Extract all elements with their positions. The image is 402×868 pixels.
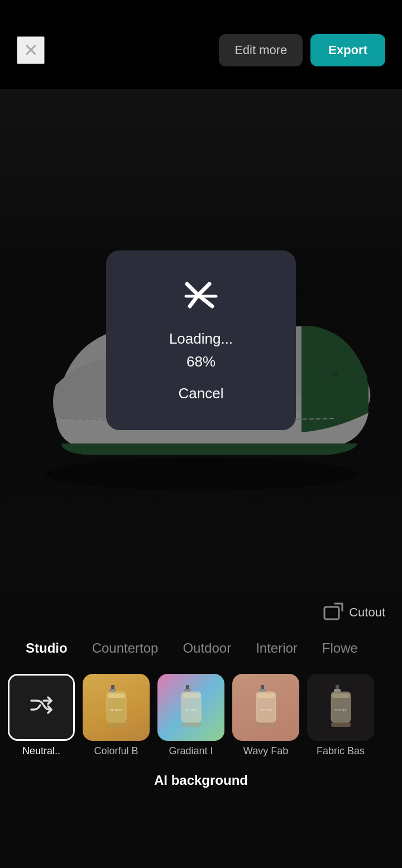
svg-rect-21 [259, 689, 266, 692]
thumb-colorful-b[interactable]: SCENT Colorful B [83, 674, 150, 757]
loading-card: Loading... 68% Cancel [106, 250, 296, 430]
svg-rect-9 [109, 689, 116, 692]
tab-interior[interactable]: Interior [243, 636, 310, 660]
header: ✕ Edit more Export [0, 0, 402, 89]
cancel-button[interactable]: Cancel [179, 385, 224, 402]
thumb-img-gradient-i: SCENT [157, 674, 224, 741]
svg-text:SCENT: SCENT [184, 708, 197, 712]
thumb-label-colorful-b: Colorful B [83, 745, 150, 757]
thumbnail-row: Neutral.. SCENT Colorful B [0, 668, 402, 763]
thumb-neutral[interactable]: Neutral.. [8, 674, 75, 757]
svg-text:SCENT: SCENT [109, 708, 122, 712]
thumb-gradient-i[interactable]: SCENT Gradiant I [157, 674, 224, 757]
svg-rect-27 [334, 689, 341, 692]
thumb-wavy-fab[interactable]: SCENT Wavy Fab [232, 674, 299, 757]
svg-rect-29 [332, 693, 350, 698]
svg-rect-17 [183, 693, 200, 698]
thumb-img-colorful-b: SCENT [83, 674, 150, 741]
svg-rect-11 [108, 693, 125, 698]
loading-percent: 68% [186, 353, 216, 370]
export-button[interactable]: Export [310, 34, 385, 66]
svg-rect-31 [331, 722, 351, 727]
thumb-label-fabric-bas: Fabric Bas [307, 745, 374, 757]
tab-countertop[interactable]: Countertop [80, 636, 171, 660]
loading-overlay: Loading... 68% Cancel [0, 89, 402, 591]
svg-text:SCENT: SCENT [259, 708, 272, 712]
svg-rect-7 [324, 607, 339, 619]
tab-flower[interactable]: Flowe [310, 636, 370, 660]
thumb-fabric-bas[interactable]: SCENT Fabric Bas [307, 674, 374, 757]
category-tabs: Studio Countertop Outdoor Interior Flowe [0, 628, 402, 668]
svg-rect-15 [184, 689, 191, 692]
svg-rect-25 [256, 722, 276, 727]
bottom-panel: Cutout Studio Countertop Outdoor Interio… [0, 591, 402, 868]
ai-background-label: AI background [0, 763, 402, 794]
thumb-img-neutral [8, 674, 75, 741]
thumb-label-gradient-i: Gradiant I [157, 745, 224, 757]
cutout-label[interactable]: Cutout [349, 605, 385, 620]
thumb-label-neutral: Neutral.. [8, 745, 75, 757]
svg-text:SCENT: SCENT [334, 708, 347, 712]
cutout-icon [323, 602, 343, 623]
loading-text: Loading... [169, 330, 233, 348]
tab-outdoor[interactable]: Outdoor [170, 636, 243, 660]
shuffle-icon [28, 692, 55, 724]
tab-studio[interactable]: Studio [13, 636, 80, 660]
header-actions: Edit more Export [219, 34, 385, 66]
thumb-img-wavy-fab: SCENT [232, 674, 299, 741]
cutout-row: Cutout [0, 591, 402, 628]
close-icon: ✕ [23, 41, 39, 59]
thumb-label-wavy-fab: Wavy Fab [232, 745, 299, 757]
svg-rect-13 [107, 722, 126, 727]
edit-more-button[interactable]: Edit more [219, 34, 303, 66]
close-button[interactable]: ✕ [17, 36, 45, 64]
thumb-img-fabric-bas: SCENT [307, 674, 374, 741]
svg-rect-23 [257, 693, 275, 698]
svg-rect-19 [181, 722, 201, 727]
brand-logo-icon [181, 278, 221, 317]
